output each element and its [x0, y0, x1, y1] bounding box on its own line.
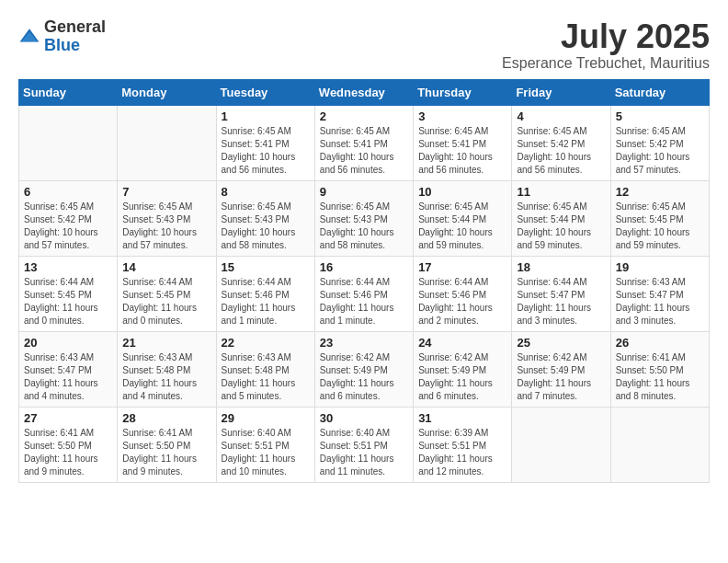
day-info: Sunrise: 6:42 AMSunset: 5:49 PMDaylight:…: [517, 351, 605, 403]
logo-general-text: General: [44, 17, 106, 36]
day-number: 21: [122, 336, 210, 350]
calendar-cell: 29Sunrise: 6:40 AMSunset: 5:51 PMDayligh…: [216, 407, 314, 482]
day-number: 14: [122, 260, 210, 274]
day-info: Sunrise: 6:44 AMSunset: 5:45 PMDaylight:…: [24, 276, 112, 327]
day-info: Sunrise: 6:40 AMSunset: 5:51 PMDaylight:…: [222, 427, 310, 478]
day-info: Sunrise: 6:43 AMSunset: 5:47 PMDaylight:…: [24, 351, 112, 403]
calendar-cell: 11Sunrise: 6:45 AMSunset: 5:44 PMDayligh…: [512, 180, 610, 256]
calendar-cell: 24Sunrise: 6:42 AMSunset: 5:49 PMDayligh…: [414, 331, 512, 407]
day-number: 17: [418, 260, 506, 274]
day-info: Sunrise: 6:45 AMSunset: 5:43 PMDaylight:…: [122, 201, 210, 252]
day-number: 16: [320, 260, 408, 274]
col-friday: Friday: [512, 79, 610, 105]
page-header: General Blue July 2025 Esperance Trebuch…: [18, 18, 710, 72]
day-number: 25: [517, 336, 605, 350]
day-number: 26: [616, 336, 704, 350]
day-info: Sunrise: 6:45 AMSunset: 5:42 PMDaylight:…: [517, 125, 605, 177]
calendar-cell: 8Sunrise: 6:45 AMSunset: 5:43 PMDaylight…: [216, 180, 314, 256]
month-title: July 2025: [502, 18, 710, 55]
day-number: 30: [320, 411, 408, 425]
day-info: Sunrise: 6:45 AMSunset: 5:43 PMDaylight:…: [222, 201, 310, 252]
calendar-cell: 27Sunrise: 6:41 AMSunset: 5:50 PMDayligh…: [19, 407, 118, 482]
logo-icon: [18, 26, 40, 48]
calendar-cell: 3Sunrise: 6:45 AMSunset: 5:41 PMDaylight…: [414, 105, 512, 180]
day-number: 18: [517, 260, 605, 274]
day-number: 12: [616, 185, 704, 199]
day-number: 20: [24, 336, 112, 350]
day-info: Sunrise: 6:41 AMSunset: 5:50 PMDaylight:…: [24, 427, 112, 478]
day-number: 4: [517, 109, 605, 123]
calendar-cell: 14Sunrise: 6:44 AMSunset: 5:45 PMDayligh…: [118, 256, 216, 331]
calendar-cell: 30Sunrise: 6:40 AMSunset: 5:51 PMDayligh…: [314, 407, 413, 482]
calendar-cell: 19Sunrise: 6:43 AMSunset: 5:47 PMDayligh…: [610, 256, 709, 331]
day-number: 27: [24, 411, 112, 425]
day-number: 2: [320, 109, 408, 123]
calendar-cell: 16Sunrise: 6:44 AMSunset: 5:46 PMDayligh…: [314, 256, 413, 331]
day-number: 24: [418, 336, 506, 350]
day-number: 6: [24, 185, 112, 199]
calendar-cell: 1Sunrise: 6:45 AMSunset: 5:41 PMDaylight…: [216, 105, 314, 180]
calendar-table: Sunday Monday Tuesday Wednesday Thursday…: [18, 79, 710, 483]
day-number: 3: [418, 109, 506, 123]
calendar-cell: 28Sunrise: 6:41 AMSunset: 5:50 PMDayligh…: [118, 407, 216, 482]
calendar-week-5: 27Sunrise: 6:41 AMSunset: 5:50 PMDayligh…: [19, 407, 710, 482]
calendar-cell: [512, 407, 610, 482]
calendar-cell: 20Sunrise: 6:43 AMSunset: 5:47 PMDayligh…: [19, 331, 118, 407]
day-number: 19: [616, 260, 704, 274]
day-info: Sunrise: 6:45 AMSunset: 5:45 PMDaylight:…: [616, 201, 704, 252]
day-number: 5: [616, 109, 704, 123]
day-info: Sunrise: 6:43 AMSunset: 5:47 PMDaylight:…: [616, 276, 704, 327]
day-number: 13: [24, 260, 112, 274]
calendar-cell: 17Sunrise: 6:44 AMSunset: 5:46 PMDayligh…: [414, 256, 512, 331]
calendar-week-4: 20Sunrise: 6:43 AMSunset: 5:47 PMDayligh…: [19, 331, 710, 407]
calendar-cell: 31Sunrise: 6:39 AMSunset: 5:51 PMDayligh…: [414, 407, 512, 482]
col-sunday: Sunday: [19, 79, 118, 105]
day-info: Sunrise: 6:45 AMSunset: 5:44 PMDaylight:…: [418, 201, 506, 252]
day-info: Sunrise: 6:44 AMSunset: 5:46 PMDaylight:…: [320, 276, 408, 327]
day-info: Sunrise: 6:39 AMSunset: 5:51 PMDaylight:…: [418, 427, 506, 478]
calendar-cell: 9Sunrise: 6:45 AMSunset: 5:43 PMDaylight…: [314, 180, 413, 256]
day-info: Sunrise: 6:45 AMSunset: 5:44 PMDaylight:…: [517, 201, 605, 252]
logo-blue-text: Blue: [44, 36, 80, 54]
calendar-header-row: Sunday Monday Tuesday Wednesday Thursday…: [19, 79, 710, 105]
day-number: 15: [222, 260, 310, 274]
calendar-cell: 5Sunrise: 6:45 AMSunset: 5:42 PMDaylight…: [610, 105, 709, 180]
day-info: Sunrise: 6:42 AMSunset: 5:49 PMDaylight:…: [320, 351, 408, 403]
day-info: Sunrise: 6:45 AMSunset: 5:43 PMDaylight:…: [320, 201, 408, 252]
calendar-cell: 6Sunrise: 6:45 AMSunset: 5:42 PMDaylight…: [19, 180, 118, 256]
calendar-cell: 23Sunrise: 6:42 AMSunset: 5:49 PMDayligh…: [314, 331, 413, 407]
calendar-cell: 18Sunrise: 6:44 AMSunset: 5:47 PMDayligh…: [512, 256, 610, 331]
day-info: Sunrise: 6:45 AMSunset: 5:41 PMDaylight:…: [418, 125, 506, 177]
day-info: Sunrise: 6:42 AMSunset: 5:49 PMDaylight:…: [418, 351, 506, 403]
day-number: 29: [222, 411, 310, 425]
day-info: Sunrise: 6:43 AMSunset: 5:48 PMDaylight:…: [222, 351, 310, 403]
calendar-cell: 26Sunrise: 6:41 AMSunset: 5:50 PMDayligh…: [610, 331, 709, 407]
calendar-cell: [118, 105, 216, 180]
day-info: Sunrise: 6:44 AMSunset: 5:46 PMDaylight:…: [222, 276, 310, 327]
day-info: Sunrise: 6:43 AMSunset: 5:48 PMDaylight:…: [122, 351, 210, 403]
col-monday: Monday: [118, 79, 216, 105]
col-saturday: Saturday: [610, 79, 709, 105]
calendar-cell: 4Sunrise: 6:45 AMSunset: 5:42 PMDaylight…: [512, 105, 610, 180]
day-number: 8: [222, 185, 310, 199]
day-info: Sunrise: 6:41 AMSunset: 5:50 PMDaylight:…: [122, 427, 210, 478]
col-tuesday: Tuesday: [216, 79, 314, 105]
calendar-cell: 21Sunrise: 6:43 AMSunset: 5:48 PMDayligh…: [118, 331, 216, 407]
calendar-week-3: 13Sunrise: 6:44 AMSunset: 5:45 PMDayligh…: [19, 256, 710, 331]
day-number: 9: [320, 185, 408, 199]
day-info: Sunrise: 6:40 AMSunset: 5:51 PMDaylight:…: [320, 427, 408, 478]
day-info: Sunrise: 6:45 AMSunset: 5:42 PMDaylight:…: [616, 125, 704, 177]
day-number: 11: [517, 185, 605, 199]
day-number: 10: [418, 185, 506, 199]
day-info: Sunrise: 6:45 AMSunset: 5:41 PMDaylight:…: [222, 125, 310, 177]
calendar-week-1: 1Sunrise: 6:45 AMSunset: 5:41 PMDaylight…: [19, 105, 710, 180]
calendar-cell: 13Sunrise: 6:44 AMSunset: 5:45 PMDayligh…: [19, 256, 118, 331]
location-title: Esperance Trebuchet, Mauritius: [502, 55, 710, 72]
col-wednesday: Wednesday: [314, 79, 413, 105]
day-info: Sunrise: 6:41 AMSunset: 5:50 PMDaylight:…: [616, 351, 704, 403]
calendar-cell: 10Sunrise: 6:45 AMSunset: 5:44 PMDayligh…: [414, 180, 512, 256]
calendar-cell: 7Sunrise: 6:45 AMSunset: 5:43 PMDaylight…: [118, 180, 216, 256]
calendar-cell: [19, 105, 118, 180]
calendar-cell: 12Sunrise: 6:45 AMSunset: 5:45 PMDayligh…: [610, 180, 709, 256]
title-area: July 2025 Esperance Trebuchet, Mauritius: [502, 18, 710, 72]
